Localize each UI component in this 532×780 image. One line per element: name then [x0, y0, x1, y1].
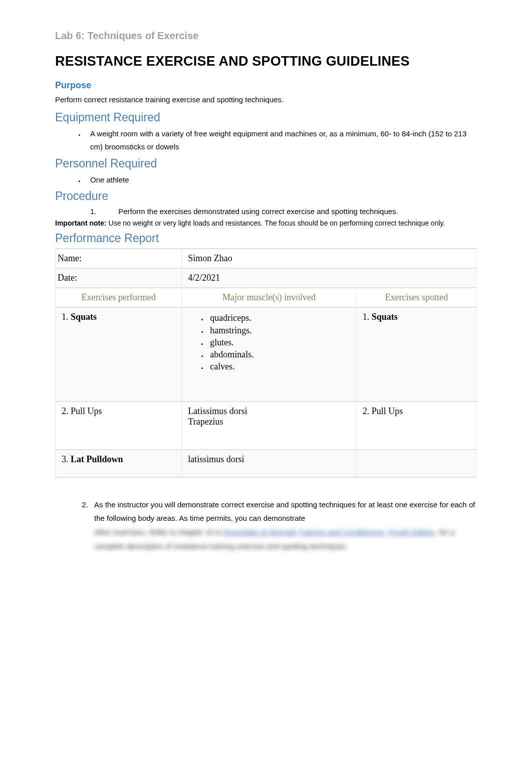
equipment-item: A weight room with a variety of free wei… — [85, 127, 477, 154]
name-value: Simon Zhao — [182, 249, 477, 268]
procedure-heading: Procedure — [55, 189, 477, 203]
ex1-name: Squats — [71, 312, 97, 322]
name-label: Name: — [56, 249, 182, 268]
ex2-spotted: 2. Pull Ups — [356, 402, 476, 450]
ex2-muscles: Latissimus dorsi Trapezius — [182, 402, 356, 450]
procedure-step-2: As the instructor you will demonstrate c… — [90, 498, 477, 553]
muscle-item: calves. — [208, 360, 350, 372]
equipment-heading: Equipment Required — [55, 111, 477, 124]
purpose-text: Perform correct resistance training exer… — [55, 94, 477, 106]
header-muscles: Major muscle(s) involved — [182, 288, 356, 307]
procedure-step-2-list: As the instructor you will demonstrate c… — [80, 498, 477, 553]
table-row-ex1: 1. Squats quadriceps. hamstrings. glutes… — [56, 307, 477, 401]
ex1-spotted-name: Squats — [372, 312, 398, 322]
muscle-item: quadriceps. — [208, 312, 350, 324]
performance-report-heading: Performance Report — [55, 232, 477, 245]
equipment-list: A weight room with a variety of free wei… — [55, 127, 477, 154]
muscle-item: abdominals. — [208, 348, 350, 360]
procedure-step-1-text: Perform the exercises demonstrated using… — [118, 207, 398, 216]
ex3-num: 3. — [62, 454, 69, 464]
table-row-ex2: 2. Pull Ups Latissimus dorsi Trapezius 2… — [56, 402, 477, 450]
date-label: Date: — [56, 268, 182, 288]
ex2-num: 2. — [62, 406, 69, 416]
muscle-item: hamstrings. — [208, 324, 350, 336]
important-label: Important note: — [55, 219, 107, 227]
ex3-muscles: latissimus dorsi — [182, 450, 356, 477]
important-note: Important note: Use no weight or very li… — [55, 218, 477, 229]
blur-link: Essentials of Strength Training and Cond… — [223, 528, 437, 536]
personnel-list: One athlete — [55, 173, 477, 186]
procedure-step-1: 1. Perform the exercises demonstrated us… — [55, 206, 477, 218]
ex2-performed: 2. Pull Ups — [56, 402, 182, 450]
ex1-spotted: 1. Squats — [356, 307, 476, 401]
performance-report-table: Name: Simon Zhao Date: 4/2/2021 Exercise… — [55, 248, 477, 477]
procedure-step-1-num: 1. — [90, 206, 116, 218]
table-row-headers: Exercises performed Major muscle(s) invo… — [56, 288, 477, 307]
blur-prefix: other exercises. Refer to chapter 15 in — [94, 528, 223, 536]
ex3-performed: 3. Lat Pulldown — [56, 450, 182, 477]
ex1-performed: 1. Squats — [56, 307, 182, 401]
header-performed: Exercises performed — [56, 288, 182, 307]
purpose-heading: Purpose — [55, 80, 477, 91]
table-row-ex3: 3. Lat Pulldown latissimus dorsi — [56, 450, 477, 477]
ex1-num: 1. — [62, 312, 69, 322]
personnel-item: One athlete — [85, 173, 477, 186]
ex3-name: Lat Pulldown — [71, 454, 123, 464]
ex1-spotted-num: 1. — [363, 312, 370, 322]
muscle-item: glutes. — [208, 336, 350, 348]
ex3-spotted — [356, 450, 476, 477]
date-value: 4/2/2021 — [182, 268, 477, 288]
important-text: Use no weight or very light loads and re… — [107, 219, 445, 227]
ex2-spotted-name: Pull Ups — [372, 406, 403, 416]
personnel-heading: Personnel Required — [55, 157, 477, 170]
ex2-name: Pull Ups — [71, 406, 102, 416]
ex1-muscles: quadriceps. hamstrings. glutes. abdomina… — [182, 307, 356, 401]
ex2-spotted-num: 2. — [363, 406, 370, 416]
blurred-content: other exercises. Refer to chapter 15 in … — [94, 525, 477, 553]
table-row-name: Name: Simon Zhao — [56, 249, 477, 268]
table-row-date: Date: 4/2/2021 — [56, 268, 477, 288]
procedure-step-2-text: As the instructor you will demonstrate c… — [94, 500, 475, 523]
page-title: RESISTANCE EXERCISE AND SPOTTING GUIDELI… — [55, 54, 477, 69]
ex1-muscle-list: quadriceps. hamstrings. glutes. abdomina… — [188, 312, 350, 372]
header-spotted: Exercises spotted — [356, 288, 476, 307]
lab-subtitle: Lab 6: Techniques of Exercise — [55, 30, 477, 42]
